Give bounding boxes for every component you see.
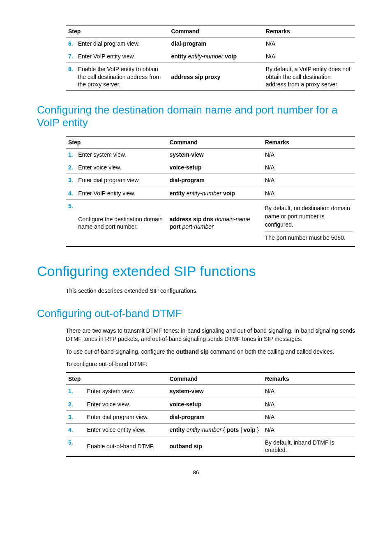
table-row: 1. Enter system view. system-view N/A xyxy=(66,385,355,398)
table-row: 4. Enter voice entity view. entity entit… xyxy=(66,423,355,436)
header-command: Command xyxy=(167,136,262,148)
header-step: Step xyxy=(66,136,167,148)
table-row: 1. Enter system view. system-view N/A xyxy=(66,148,355,161)
table-row: 6. Enter dial program view. dial-program… xyxy=(66,37,355,50)
header-step: Step xyxy=(66,25,168,37)
heading-out-of-band-dtmf: Configuring out-of-band DTMF xyxy=(37,307,355,320)
header-step: Step xyxy=(66,373,167,385)
table-row: 3. Enter dial program view. dial-program… xyxy=(66,410,355,423)
dest-domain-table: Step Command Remarks 1. Enter system vie… xyxy=(66,136,355,247)
page-number: 86 xyxy=(37,469,355,475)
heading-dest-domain: Configuring the destination domain name … xyxy=(37,104,355,129)
header-remarks: Remarks xyxy=(263,25,355,37)
table-row: 5. Enable out-of-band DTMF. outband sip … xyxy=(66,436,355,457)
header-command: Command xyxy=(168,25,263,37)
outband-sip-para: To use out-of-band signaling, configure … xyxy=(66,348,355,356)
extended-sip-intro: This section describes extended SIP conf… xyxy=(66,287,355,295)
out-of-band-dtmf-table: Step Command Remarks 1. Enter system vie… xyxy=(66,372,355,457)
header-command: Command xyxy=(167,373,262,385)
configure-dtmf-para: To configure out-of-band DTMF: xyxy=(66,360,355,368)
table-row: 4. Enter VoIP entity view. entity entity… xyxy=(66,187,355,199)
table-row: 8. Enable the VoIP entity to obtain the … xyxy=(66,63,355,91)
proxy-server-table: Step Command Remarks 6. Enter dial progr… xyxy=(66,25,355,91)
table-row: 3. Enter dial program view. dial-program… xyxy=(66,174,355,187)
heading-extended-sip: Configuring extended SIP functions xyxy=(37,263,355,279)
table-row: 2. Enter voice view. voice-setup N/A xyxy=(66,161,355,174)
table-row: 2. Enter voice view. voice-setup N/A xyxy=(66,398,355,410)
table-row: 7. Enter VoIP entity view. entity entity… xyxy=(66,50,355,63)
header-remarks: Remarks xyxy=(263,136,355,148)
dtmf-desc-para: There are two ways to transmit DTMF tone… xyxy=(66,327,355,343)
table-row: 5. Configure the destination domain name… xyxy=(66,199,355,246)
header-remarks: Remarks xyxy=(263,373,355,385)
